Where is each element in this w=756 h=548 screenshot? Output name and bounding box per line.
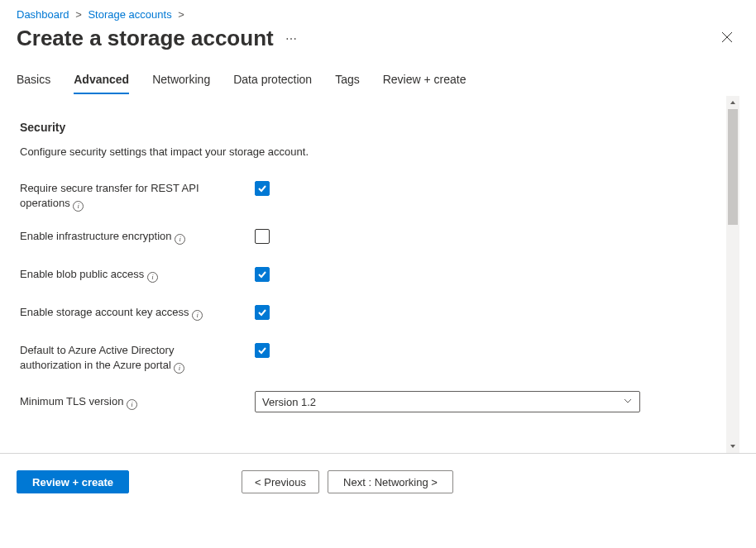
- breadcrumb-dashboard[interactable]: Dashboard: [17, 8, 69, 21]
- more-icon[interactable]: ⋯: [285, 33, 297, 45]
- field-label-key-access: Enable storage account key access: [20, 306, 189, 318]
- section-header-security: Security: [20, 121, 715, 134]
- tab-tags[interactable]: Tags: [335, 66, 360, 94]
- footer-bar: Review + create < Previous Next : Networ…: [17, 454, 739, 510]
- select-min-tls[interactable]: Version 1.2: [255, 391, 640, 412]
- scrollbar-thumb[interactable]: [728, 109, 738, 225]
- tab-networking[interactable]: Networking: [152, 66, 210, 94]
- checkbox-aad-default[interactable]: [255, 343, 270, 358]
- field-label-blob-public: Enable blob public access: [20, 268, 144, 280]
- select-min-tls-value: Version 1.2: [262, 396, 316, 408]
- breadcrumb: Dashboard > Storage accounts >: [17, 8, 739, 21]
- review-create-button[interactable]: Review + create: [17, 470, 129, 493]
- next-button[interactable]: Next : Networking >: [328, 470, 453, 493]
- tab-advanced[interactable]: Advanced: [74, 66, 129, 94]
- field-label-min-tls: Minimum TLS version: [20, 395, 123, 407]
- info-icon[interactable]: i: [192, 310, 203, 321]
- info-icon[interactable]: i: [73, 201, 84, 212]
- tab-basics[interactable]: Basics: [17, 66, 50, 94]
- checkbox-secure-transfer[interactable]: [255, 181, 270, 196]
- previous-button[interactable]: < Previous: [242, 470, 319, 493]
- field-label-infra-encryption: Enable infrastructure encryption: [20, 230, 172, 242]
- info-icon[interactable]: i: [127, 399, 137, 410]
- field-label-secure-transfer: Require secure transfer for REST API ope…: [20, 182, 199, 209]
- chevron-down-icon: [623, 396, 633, 408]
- tab-review-create[interactable]: Review + create: [383, 66, 467, 94]
- field-label-aad-default: Default to Azure Active Directory author…: [20, 344, 174, 371]
- checkbox-key-access[interactable]: [255, 305, 270, 320]
- tabs: Basics Advanced Networking Data protecti…: [17, 66, 739, 94]
- info-icon[interactable]: i: [147, 272, 158, 283]
- breadcrumb-storage-accounts[interactable]: Storage accounts: [88, 8, 171, 21]
- chevron-right-icon: >: [75, 8, 82, 21]
- page-title: Create a storage account: [17, 26, 274, 51]
- info-icon[interactable]: i: [174, 363, 184, 374]
- tab-data-protection[interactable]: Data protection: [233, 66, 312, 94]
- info-icon[interactable]: i: [175, 234, 185, 245]
- scroll-up-icon[interactable]: [726, 96, 739, 109]
- checkbox-infra-encryption[interactable]: [255, 229, 270, 244]
- chevron-right-icon: >: [178, 8, 184, 21]
- checkbox-blob-public[interactable]: [255, 267, 270, 282]
- scrollbar-track[interactable]: [726, 96, 739, 453]
- section-description: Configure security settings that impact …: [20, 145, 715, 158]
- close-icon[interactable]: [715, 26, 739, 50]
- scroll-down-icon[interactable]: [726, 440, 739, 453]
